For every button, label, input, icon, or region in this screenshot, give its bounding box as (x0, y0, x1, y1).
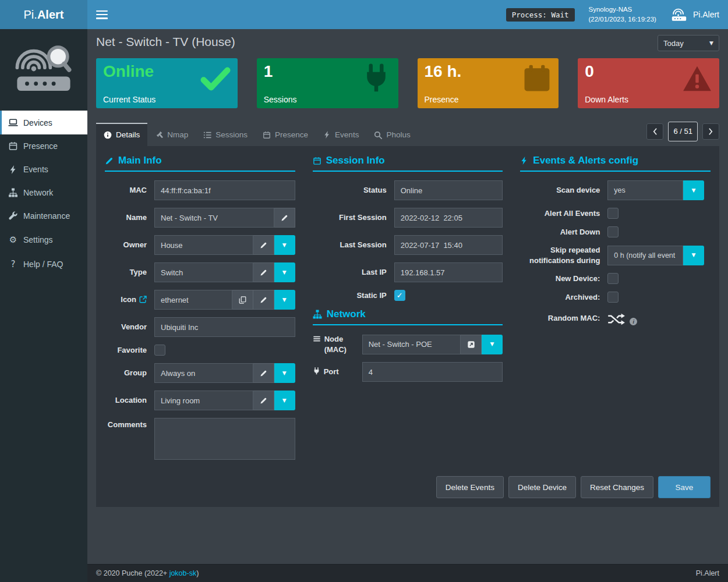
field-new-device: New Device: (520, 273, 711, 284)
last-ip-input[interactable]: 192.168.1.57 (394, 262, 503, 282)
name-input[interactable]: Net - Switch - TV (154, 208, 274, 228)
owner-input[interactable]: House (154, 235, 253, 255)
static-ip-checkbox[interactable] (394, 290, 405, 301)
question-icon: ? (8, 259, 18, 269)
delete-events-button[interactable]: Delete Events (436, 476, 504, 498)
tab-sessions[interactable]: Sessions (196, 123, 255, 146)
group-dropdown-button[interactable]: ▼ (274, 363, 295, 383)
group-input[interactable]: Always on (154, 363, 253, 383)
vendor-input[interactable]: Ubiquiti Inc (154, 317, 295, 337)
sidebar-item-devices[interactable]: Devices (0, 111, 87, 134)
footer-author-link[interactable]: jokob-sk (169, 569, 197, 577)
vendor-label: Vendor (105, 322, 154, 332)
icon-copy-button[interactable] (232, 290, 253, 310)
info-icon[interactable]: i (630, 318, 637, 325)
port-label: Port (313, 367, 362, 377)
save-button[interactable]: Save (658, 476, 711, 498)
sitemap-icon (313, 310, 322, 319)
sidebar-item-maintenance[interactable]: Maintenance (0, 204, 87, 228)
icon-edit-button[interactable] (253, 290, 274, 310)
owner-edit-button[interactable] (253, 235, 274, 255)
open-node-button[interactable] (461, 335, 482, 354)
section-title: Events & Alerts config (533, 155, 638, 166)
status-input[interactable]: Online (394, 180, 503, 200)
location-edit-button[interactable] (253, 391, 274, 410)
archived-checkbox[interactable] (607, 292, 619, 303)
card-sessions[interactable]: 1 Sessions (257, 58, 398, 108)
info-circle-icon (104, 131, 112, 139)
icon-dropdown-button[interactable]: ▼ (274, 290, 295, 310)
pencil-icon (260, 370, 267, 377)
scan-device-select[interactable]: yes ▼ (607, 180, 704, 200)
type-input[interactable]: Switch (154, 262, 253, 282)
tab-details[interactable]: Details (96, 123, 147, 146)
sidebar-toggle-icon[interactable] (96, 10, 108, 19)
sidebar-item-presence[interactable]: Presence (0, 134, 87, 158)
alert-down-checkbox[interactable] (607, 226, 619, 237)
group-edit-button[interactable] (253, 363, 274, 383)
card-down-alerts[interactable]: 0 Down Alerts (578, 58, 719, 108)
sidebar-item-label: Network (23, 188, 53, 197)
mac-input[interactable]: 44:ff:ff:ca:ba:1f (154, 180, 295, 200)
period-select-value: Today (663, 39, 684, 48)
scan-device-dropdown-button[interactable]: ▼ (683, 180, 704, 200)
node-dropdown-button[interactable]: ▼ (482, 335, 503, 354)
skip-notifications-dropdown-button[interactable]: ▼ (683, 246, 704, 265)
chevron-down-icon: ▼ (282, 371, 287, 376)
new-device-checkbox[interactable] (607, 273, 619, 284)
owner-dropdown-button[interactable]: ▼ (274, 235, 295, 255)
field-mac: MAC 44:ff:ff:ca:ba:1f (105, 180, 295, 200)
last-session-input[interactable]: 2022-07-17 15:40 (394, 235, 503, 255)
pencil-icon (260, 269, 267, 276)
port-input[interactable]: 4 (362, 362, 503, 382)
field-icon: Icon ethernet ▼ (105, 290, 295, 310)
tab-nmap[interactable]: Nmap (147, 123, 196, 146)
type-edit-button[interactable] (253, 262, 274, 282)
field-random-mac: Random MAC: i (520, 310, 711, 326)
favorite-checkbox[interactable] (154, 345, 165, 356)
delete-device-button[interactable]: Delete Device (508, 476, 576, 498)
first-session-input[interactable]: 2022-02-12 22:05 (394, 208, 503, 228)
footer-suffix: ) (196, 569, 199, 577)
location-input[interactable]: Living room (154, 391, 253, 410)
comments-label: Comments (105, 418, 154, 430)
prev-device-button[interactable] (646, 123, 663, 140)
icon-input[interactable]: ethernet (154, 290, 232, 310)
tab-pholus[interactable]: Pholus (366, 123, 418, 146)
sidebar: Devices Presence Events Network Maintena… (0, 29, 87, 582)
next-device-button[interactable] (702, 123, 719, 140)
tab-events[interactable]: Events (316, 123, 366, 146)
device-pager: 6 / 51 (646, 122, 719, 144)
section-main-info: Main Info (105, 155, 295, 172)
alert-down-label: Alert Down (520, 227, 607, 237)
skip-notifications-select[interactable]: 0 h (notify all event ▼ (607, 246, 704, 265)
tab-presence[interactable]: Presence (255, 123, 316, 146)
card-presence[interactable]: 16 h. Presence (418, 58, 559, 108)
section-session-info: Session Info (313, 155, 503, 172)
node-input[interactable]: Net - Switch - POE (362, 335, 461, 354)
sidebar-item-settings[interactable]: ⚙ Settings (0, 228, 87, 252)
sidebar-item-network[interactable]: Network (0, 181, 87, 204)
reset-changes-button[interactable]: Reset Changes (581, 476, 653, 498)
chevron-left-icon (652, 127, 658, 136)
sidebar-item-label: Maintenance (23, 211, 70, 221)
tab-label: Presence (275, 130, 308, 139)
shuffle-icon[interactable] (607, 313, 625, 326)
navbar-brand[interactable]: Pi.Alert (670, 8, 719, 22)
plug-icon (361, 63, 391, 94)
sidebar-item-help[interactable]: ? Help / FAQ (0, 252, 87, 276)
footer-credits: © 2020 Puche (2022+ jokob-sk) (96, 569, 199, 577)
comments-textarea[interactable] (154, 418, 295, 460)
card-current-status[interactable]: Online Current Status (96, 58, 238, 108)
name-edit-button[interactable] (274, 208, 295, 228)
section-title: Session Info (326, 155, 385, 166)
field-scan-device: Scan device yes ▼ (520, 180, 711, 200)
sidebar-item-events[interactable]: Events (0, 158, 87, 181)
app-logo[interactable]: Pi.Alert (0, 0, 87, 29)
alert-all-events-checkbox[interactable] (607, 208, 619, 219)
period-select[interactable]: Today ▼ (658, 35, 719, 51)
type-dropdown-button[interactable]: ▼ (274, 262, 295, 282)
external-link-icon[interactable] (139, 296, 147, 303)
location-dropdown-button[interactable]: ▼ (274, 391, 295, 410)
main-info-column: Main Info MAC 44:ff:ff:ca:ba:1f Name Net… (105, 155, 295, 467)
